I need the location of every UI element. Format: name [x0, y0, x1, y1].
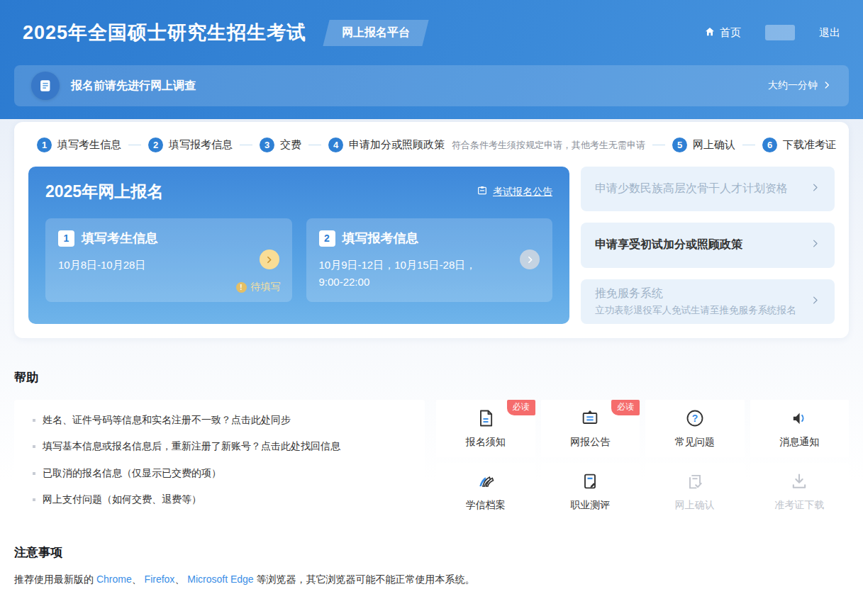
platform-badge: 网上报名平台	[323, 20, 428, 46]
help-title: 帮助	[14, 369, 849, 386]
shortcut-notifications[interactable]: 消息通知	[750, 400, 850, 457]
shortcut-online-confirmation[interactable]: 网上确认	[645, 463, 745, 520]
must-read-badge: 必读	[611, 400, 640, 415]
task-card-fill-candidate-info[interactable]: 1 填写考生信息 10月8日-10月28日 ! 待填写	[45, 218, 292, 302]
bullet	[33, 445, 35, 448]
help-item-payment-issues[interactable]: 网上支付问题（如何交费、退费等）	[33, 493, 406, 506]
shortcut-faq[interactable]: ? 常见问题	[645, 400, 745, 457]
shortcut-online-announcements[interactable]: 必读 网报公告	[541, 400, 640, 457]
firefox-link[interactable]: Firefox	[145, 573, 175, 585]
bullet	[33, 419, 35, 422]
browser-recommendation: 推荐使用最新版的 Chrome、 Firefox、 Microsoft Edge…	[14, 573, 849, 586]
help-item-cancelled-info[interactable]: 已取消的报名信息（仅显示已交费的项）	[33, 467, 406, 480]
step-connector	[240, 145, 252, 145]
svg-text:?: ?	[691, 413, 698, 424]
step-connector	[308, 145, 321, 145]
assessment-icon	[580, 471, 600, 494]
task-status: ! 待填写	[236, 281, 281, 293]
question-icon: ?	[685, 408, 705, 431]
shortcut-admission-ticket-download[interactable]: 准考证下载	[750, 463, 850, 520]
step-4-note: 符合条件考生须按规定申请，其他考生无需申请	[452, 139, 645, 152]
task-number-badge: 2	[319, 230, 335, 247]
step-connector	[742, 145, 755, 145]
step-5: 5网上确认	[672, 138, 735, 152]
nav-logout-label: 退出	[819, 26, 840, 40]
task-arrow-button[interactable]	[520, 250, 540, 269]
archive-fan-icon	[476, 471, 496, 494]
step-3: 3交费	[260, 138, 301, 152]
download-icon	[789, 471, 809, 494]
clipboard-icon	[477, 185, 488, 198]
chevron-right-icon	[822, 80, 832, 92]
side-card-exemption-system[interactable]: 推免服务系统 立功表彰退役军人免试生请至推免服务系统报名	[581, 279, 835, 324]
chevron-right-icon	[810, 295, 820, 308]
task-date: 10月9日-12日，10月15日-28日，9:00-22:00	[319, 257, 500, 291]
bullet	[33, 498, 35, 501]
survey-scroll-icon	[31, 72, 60, 100]
steps-bar: 1填写考生信息 2填写报考信息 3交费 4申请加分或照顾政策符合条件考生须按规定…	[28, 138, 835, 167]
shortcut-chsi-archive[interactable]: 学信档案	[436, 463, 535, 520]
header: 2025年全国硕士研究生招生考试 网上报名平台 首页 退出	[14, 0, 849, 65]
help-item-recover-info[interactable]: 填写基本信息或报名信息后，重新注册了新账号？点击此处找回信息	[33, 440, 406, 453]
survey-duration: 大约一分钟	[768, 79, 832, 92]
nav-home-label: 首页	[720, 26, 741, 40]
side-card-bonus-policy[interactable]: 申请享受初试加分或照顾政策	[581, 223, 835, 267]
task-date: 10月8日-10月28日	[58, 257, 239, 274]
shortcut-registration-notes[interactable]: 必读 报名须知	[436, 400, 535, 457]
bulletin-icon	[580, 408, 600, 431]
header-nav: 首页 退出	[704, 25, 840, 40]
survey-banner[interactable]: 报名前请先进行网上调查 大约一分钟	[14, 65, 849, 106]
survey-banner-text: 报名前请先进行网上调查	[71, 79, 196, 94]
step-6: 6下载准考证	[762, 138, 836, 152]
home-icon	[704, 26, 716, 40]
exam-announcement-link[interactable]: 考试报名公告	[477, 185, 552, 198]
notice-section: 注意事项 推荐使用最新版的 Chrome、 Firefox、 Microsoft…	[14, 544, 849, 586]
username-blurred	[765, 25, 795, 40]
edge-link[interactable]: Microsoft Edge	[187, 573, 253, 585]
registration-main-card: 1填写考生信息 2填写报考信息 3交费 4申请加分或照顾政策符合条件考生须按规定…	[14, 122, 849, 338]
panel-title: 2025年网上报名	[45, 181, 163, 203]
task-number-badge: 1	[58, 230, 74, 247]
confirm-doc-icon	[685, 471, 705, 494]
help-item-sync-info[interactable]: 姓名、证件号码等信息和实名注册不一致？点击此处同步	[33, 414, 406, 427]
chrome-link[interactable]: Chrome	[96, 573, 132, 585]
step-2: 2填写报考信息	[148, 138, 233, 152]
step-connector	[128, 145, 141, 145]
chevron-right-icon	[810, 238, 820, 252]
side-card-minority-plan[interactable]: 申请少数民族高层次骨干人才计划资格	[581, 167, 835, 211]
shortcut-grid: 必读 报名须知 必读 网报公告 ? 常见问题	[436, 400, 849, 520]
step-4: 4申请加分或照顾政策符合条件考生须按规定申请，其他考生无需申请	[328, 138, 645, 152]
side-options-column: 申请少数民族高层次骨干人才计划资格 申请享受初试加分或照顾政策 推免服务系统 立…	[581, 167, 835, 324]
help-links-card: 姓名、证件号码等信息和实名注册不一致？点击此处同步 填写基本信息或报名信息后，重…	[14, 400, 425, 520]
pending-icon: !	[236, 282, 247, 293]
nav-home[interactable]: 首页	[704, 26, 741, 40]
notice-title: 注意事项	[14, 544, 849, 561]
bullet	[33, 472, 35, 475]
chevron-right-icon	[810, 182, 820, 196]
step-1: 1填写考生信息	[37, 138, 121, 152]
step-connector	[652, 145, 665, 145]
shortcut-career-assessment[interactable]: 职业测评	[541, 463, 640, 520]
nav-logout[interactable]: 退出	[819, 26, 840, 40]
online-registration-panel: 2025年网上报名 考试报名公告 1 填	[28, 167, 569, 324]
help-section: 帮助 姓名、证件号码等信息和实名注册不一致？点击此处同步 填写基本信息或报名信息…	[14, 369, 849, 520]
task-card-fill-application-info[interactable]: 2 填写报考信息 10月9日-12日，10月15日-28日，9:00-22:00	[306, 218, 553, 302]
page-title: 2025年全国硕士研究生招生考试	[23, 20, 306, 45]
task-arrow-button[interactable]	[260, 250, 279, 269]
top-blue-area: 2025年全国硕士研究生招生考试 网上报名平台 首页 退出 报名前请先	[0, 0, 863, 119]
document-icon	[476, 408, 496, 431]
must-read-badge: 必读	[507, 400, 535, 415]
speaker-icon	[789, 408, 809, 431]
